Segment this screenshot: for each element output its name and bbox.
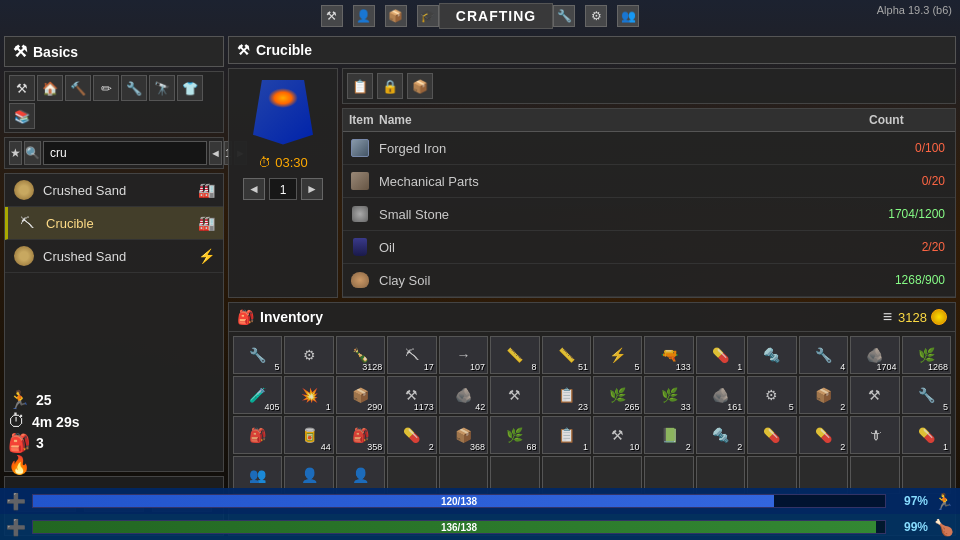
inv-slot-count-18: 42 bbox=[475, 403, 485, 412]
crucible-right: 📋 🔒 📦 Item Name Count Forged Iron 0/100 bbox=[342, 68, 956, 298]
inv-slot-32[interactable]: 📦368 bbox=[439, 416, 488, 454]
crucible-tab-lock[interactable]: 🔒 bbox=[377, 73, 403, 99]
search-btn[interactable]: 🔍 bbox=[24, 141, 41, 165]
gold-icon bbox=[931, 309, 947, 325]
inv-slot-41[interactable]: 💊1 bbox=[902, 416, 951, 454]
inv-slot-18[interactable]: 🪨42 bbox=[439, 376, 488, 414]
inv-slot-25[interactable]: 📦2 bbox=[799, 376, 848, 414]
bag-icon: 🎒 bbox=[8, 432, 30, 454]
inv-slot-27[interactable]: 🔧5 bbox=[902, 376, 951, 414]
inv-slot-17[interactable]: ⚒1173 bbox=[387, 376, 436, 414]
inv-slot-icon-41: 💊 bbox=[918, 427, 935, 443]
craft-next-btn[interactable]: ► bbox=[301, 178, 323, 200]
skill-btn-scope[interactable]: 🔭 bbox=[149, 75, 175, 101]
tab-icon-gear[interactable]: ⚙ bbox=[585, 5, 607, 27]
craft-prev-btn[interactable]: ◄ bbox=[243, 178, 265, 200]
inv-slot-22[interactable]: 🌿33 bbox=[644, 376, 693, 414]
bag-value: 3 bbox=[36, 435, 44, 451]
inv-slot-36[interactable]: 📗2 bbox=[644, 416, 693, 454]
nav-prev-btn[interactable]: ◄ bbox=[209, 141, 222, 165]
inv-slot-15[interactable]: 💥1 bbox=[284, 376, 333, 414]
inv-slot-39[interactable]: 💊2 bbox=[799, 416, 848, 454]
inventory-header: 🎒 Inventory ≡ 3128 bbox=[229, 303, 955, 332]
recipe-item-0[interactable]: Crushed Sand 🏭 bbox=[5, 174, 223, 207]
player-stats: 🏃 25 ⏱ 4m 29s 🎒 3 🔥 bbox=[8, 389, 79, 476]
search-input[interactable] bbox=[43, 141, 207, 165]
inv-header-right: ≡ 3128 bbox=[883, 308, 947, 326]
inv-sort-icon[interactable]: ≡ bbox=[883, 308, 892, 326]
tab-icon-person[interactable]: 👤 bbox=[353, 5, 375, 27]
skill-btn-book[interactable]: 📚 bbox=[9, 103, 35, 129]
health-right-icon: 🏃 bbox=[934, 492, 954, 511]
recipe-name-2: Crushed Sand bbox=[43, 249, 190, 264]
inv-slot-9[interactable]: 💊1 bbox=[696, 336, 745, 374]
inv-slot-30[interactable]: 🎒358 bbox=[336, 416, 385, 454]
inv-slot-34[interactable]: 📋1 bbox=[542, 416, 591, 454]
tab-icon-grad[interactable]: 🎓 bbox=[417, 5, 439, 27]
inv-slot-3[interactable]: ⛏17 bbox=[387, 336, 436, 374]
inv-slot-16[interactable]: 📦290 bbox=[336, 376, 385, 414]
craft-controls: ◄ 1 ► bbox=[243, 178, 323, 200]
inv-slot-33[interactable]: 🌿68 bbox=[490, 416, 539, 454]
crucible-tabs: 📋 🔒 📦 bbox=[342, 68, 956, 104]
inv-slot-icon-16: 📦 bbox=[352, 387, 369, 403]
health-bar-row: ➕ 120/138 97% 🏃 bbox=[0, 488, 960, 514]
inv-slot-23[interactable]: 🪨161 bbox=[696, 376, 745, 414]
skill-btn-shirt[interactable]: 👕 bbox=[177, 75, 203, 101]
inv-slot-2[interactable]: 🍾3128 bbox=[336, 336, 385, 374]
skill-btn-pencil[interactable]: ✏ bbox=[93, 75, 119, 101]
inv-slot-count-36: 2 bbox=[686, 443, 691, 452]
crafting-tab[interactable]: CRAFTING bbox=[439, 3, 553, 29]
inv-slot-7[interactable]: ⚡5 bbox=[593, 336, 642, 374]
recipe-item-1[interactable]: ⛏ Crucible 🏭 bbox=[5, 207, 223, 240]
skill-btn-anvil[interactable]: 🔨 bbox=[65, 75, 91, 101]
inv-slot-icon-43: 👤 bbox=[301, 467, 318, 483]
inv-slot-31[interactable]: 💊2 bbox=[387, 416, 436, 454]
inv-slot-24[interactable]: ⚙5 bbox=[747, 376, 796, 414]
inv-slot-40[interactable]: 🗡 bbox=[850, 416, 899, 454]
crucible-tab-box[interactable]: 📦 bbox=[407, 73, 433, 99]
recipe-item-2[interactable]: Crushed Sand ⚡ bbox=[5, 240, 223, 273]
inv-slot-10[interactable]: 🔩 bbox=[747, 336, 796, 374]
top-tab-icons: ⚒ 👤 📦 🎓 bbox=[321, 5, 439, 27]
recipe-name-0: Crushed Sand bbox=[43, 183, 190, 198]
inv-slot-count-3: 17 bbox=[424, 363, 434, 372]
inv-slot-icon-15: 💥 bbox=[301, 387, 318, 403]
inv-slot-35[interactable]: ⚒10 bbox=[593, 416, 642, 454]
inv-slot-28[interactable]: 🎒 bbox=[233, 416, 282, 454]
inv-slot-4[interactable]: →107 bbox=[439, 336, 488, 374]
inv-slot-38[interactable]: 💊 bbox=[747, 416, 796, 454]
time-value: 4m 29s bbox=[32, 414, 79, 430]
inv-slot-29[interactable]: 🥫44 bbox=[284, 416, 333, 454]
tab-icon-group[interactable]: 👥 bbox=[617, 5, 639, 27]
inv-slot-19[interactable]: ⚒ bbox=[490, 376, 539, 414]
skill-btn-tool[interactable]: 🔧 bbox=[121, 75, 147, 101]
crucible-body: ⏱ 03:30 ◄ 1 ► 📋 🔒 📦 Item bbox=[228, 68, 956, 298]
inv-slot-6[interactable]: 📏51 bbox=[542, 336, 591, 374]
inv-slot-12[interactable]: 🪨1704 bbox=[850, 336, 899, 374]
food-bar-text: 136/138 bbox=[33, 521, 885, 535]
inv-slot-8[interactable]: 🔫133 bbox=[644, 336, 693, 374]
inv-slot-11[interactable]: 🔧4 bbox=[799, 336, 848, 374]
inv-slot-icon-12: 🪨 bbox=[866, 347, 883, 363]
tab-icon-box[interactable]: 📦 bbox=[385, 5, 407, 27]
inv-slot-0[interactable]: 🔧5 bbox=[233, 336, 282, 374]
crucible-tab-list[interactable]: 📋 bbox=[347, 73, 373, 99]
tab-icon-tool[interactable]: 🔧 bbox=[553, 5, 575, 27]
inv-slot-5[interactable]: 📏8 bbox=[490, 336, 539, 374]
inv-slot-1[interactable]: ⚙ bbox=[284, 336, 333, 374]
inv-slot-20[interactable]: 📋23 bbox=[542, 376, 591, 414]
inv-slot-37[interactable]: 🔩2 bbox=[696, 416, 745, 454]
skill-btn-hammer[interactable]: ⚒ bbox=[9, 75, 35, 101]
skill-btn-home[interactable]: 🏠 bbox=[37, 75, 63, 101]
inv-slot-count-0: 5 bbox=[274, 363, 279, 372]
inv-slot-26[interactable]: ⚒ bbox=[850, 376, 899, 414]
inv-slot-14[interactable]: 🧪405 bbox=[233, 376, 282, 414]
star-btn[interactable]: ★ bbox=[9, 141, 22, 165]
inv-slot-icon-34: 📋 bbox=[558, 427, 575, 443]
inv-slot-21[interactable]: 🌿265 bbox=[593, 376, 642, 414]
inv-slot-icon-11: 🔧 bbox=[815, 347, 832, 363]
health-bar-wrap: 120/138 bbox=[32, 494, 886, 508]
inv-slot-13[interactable]: 🌿1268 bbox=[902, 336, 951, 374]
tab-icon-hammer[interactable]: ⚒ bbox=[321, 5, 343, 27]
